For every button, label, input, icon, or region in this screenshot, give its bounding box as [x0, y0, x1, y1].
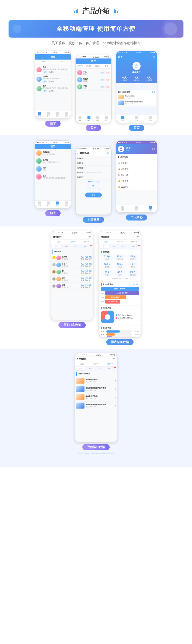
stab-video[interactable]: 视频排行 [79, 240, 93, 244]
funnel-section: 客户成交漏斗 获客统计 5688 累计访客 18% 1020 累计获客 [100, 282, 140, 305]
phone-wrap-overview: ●●●●● AT&T ✦ 9:41 AM 100% ▮ 报表统计 ••• 总览 … [98, 231, 141, 345]
nav-home[interactable]: 获客 [38, 112, 41, 117]
nav-me[interactable]: 我的 [65, 112, 68, 117]
form-video-link: 跳转链接 请输入跳转人员链接 › [76, 170, 111, 175]
user-info-2: 刘晓扬 查看了你公司的企业动态 微聊 已成功 [43, 75, 69, 83]
nav-chat2[interactable]: 聊天 [96, 116, 99, 122]
ttab2-week[interactable]: 本周 [110, 245, 118, 248]
kehu-item-3: 李 李欢 李欢 跟进 成交 [76, 84, 110, 90]
nav-home2[interactable]: 获客 [78, 116, 82, 122]
menu-my-video[interactable]: ▶ 我的视频 › [116, 154, 157, 160]
kehu-info-3: 李欢 李欢 [83, 85, 100, 89]
kehu-avatar-1: 东 [77, 70, 82, 75]
rank-badge-5: 5 [52, 284, 56, 288]
ttab3-week[interactable]: 本周 [86, 367, 95, 370]
stats-phone-videorank: ●●●●● AT&T ✦ 9:41 AM 100% ▮ < 视频排行 ••• 总… [75, 353, 117, 442]
user-item-3: 李 李欢 查看了你公司的官网，看来TA对公司很兴趣 微聊 已成功 [36, 84, 70, 93]
page-title: 产品介绍 [0, 6, 192, 16]
time-tabs-videorank: 今天 本周 本月 全部 📅 [75, 366, 117, 371]
submit-video-btn[interactable]: 提交 [85, 192, 102, 198]
user-info-3: 李欢 查看了你公司的官网，看来TA对公司很兴趣 微聊 已成功 [43, 85, 69, 92]
legend-female: 女 占比33% 共2083人 [116, 317, 139, 319]
phone-huoke: ●●●●● AT&T ✦ 9:41 AM 100% ▮ 获客 获客 找客 东 东… [35, 50, 71, 119]
svg-rect-0 [74, 11, 75, 13]
stab-ov3[interactable]: 总览 [75, 362, 89, 366]
chat-info-2: 东米松 哈哈一句不好听的小友... [43, 159, 70, 163]
time-tabs-rank: 今天 本周 本月 全部 📅 [51, 244, 93, 249]
dc-total: 556个累积总量 [127, 270, 139, 277]
nav-me-c[interactable]: 我的 [65, 202, 68, 207]
nav-home-m[interactable]: 首页 [122, 206, 124, 211]
ttab-month[interactable]: 本月 [71, 245, 80, 248]
stab-vd3[interactable]: 视频排行 [103, 362, 117, 366]
rank-avatar-2 [56, 262, 61, 267]
dc-intent: 263次意向数 [114, 262, 126, 269]
form-video-category: 视频分类 › [76, 161, 111, 166]
page-header: 产品介绍 [0, 0, 192, 20]
ttab2-all[interactable]: 全部 [128, 245, 138, 248]
stab-vd2[interactable]: 视频排行 [127, 240, 141, 244]
video-section-title: 高转化内容推荐 [76, 372, 116, 376]
kehu-item-1: 东 东玉 东玉 跟进 成交 [76, 69, 110, 76]
my-header: 苏玉 ID:01 设置 [116, 144, 157, 154]
label-huoke: 获客 [45, 120, 60, 126]
ttab-all[interactable]: 全部 [81, 245, 90, 248]
tab-service[interactable]: 客服 [102, 64, 111, 68]
tab-follow[interactable]: 跟进中 [84, 64, 94, 68]
stats-phone-overview: ●●●●● AT&T ✦ 9:41 AM 100% ▮ 报表统计 ••• 总览 … [98, 231, 141, 338]
phone-title-huoke: 获客 [35, 54, 70, 60]
phone-nav-my: 首页 报表 我的 [116, 205, 157, 212]
stab-ov2[interactable]: 总览 [99, 240, 113, 244]
dc-visits: 326次访问量 [101, 254, 113, 261]
nav-customers[interactable]: 客户 [47, 112, 50, 117]
ttab2-today[interactable]: 今天 [100, 245, 109, 248]
funnel-bar-4: 累计交流客户 [106, 300, 120, 304]
stab-rank[interactable]: 获客排行 [65, 240, 79, 244]
tab-done[interactable]: 已成交 [94, 64, 102, 68]
stab-rk2[interactable]: 获客排行 [113, 240, 127, 244]
menu-block[interactable]: 🚫 屏蔽列表 › [116, 172, 157, 178]
nav-home-c[interactable]: 获客 [38, 202, 41, 207]
video-info-4: 夏日防晒路防晒大阳中遮画 36人 2人 5% [86, 404, 115, 408]
svg-rect-5 [114, 9, 115, 13]
stab-rk3[interactable]: 获客排行 [89, 362, 103, 366]
nav-index[interactable]: 首页 [122, 116, 124, 122]
nav-stat[interactable]: 报表 [135, 116, 138, 122]
menu-push[interactable]: 🔔 推送设置 › [116, 178, 157, 184]
tab-huoke[interactable]: 获客 [35, 60, 53, 64]
nav-chat[interactable]: 聊天 [56, 112, 59, 117]
menu-change-pwd[interactable]: 🔒 修改密码 › [116, 166, 157, 172]
menu-get-stats[interactable]: 📊 获客统计 › [116, 160, 157, 166]
blue-profile: 樱桃丸子 [116, 60, 157, 75]
ttab3-today[interactable]: 今天 [76, 367, 85, 370]
nav-cust-c[interactable]: 客户 [47, 202, 50, 207]
ttab-today[interactable]: 今天 [52, 245, 61, 248]
tab-zhaoke[interactable]: 找客 [53, 60, 70, 64]
nav-me2[interactable]: 我的 [105, 116, 108, 122]
phone-wrap-rank: ●●●●● AT&T ✦ 9:41 AM 100% ▮ 报表统计 ••• 总览 … [51, 231, 94, 345]
tab-new[interactable]: 新客户 [76, 64, 85, 68]
phone-home: ●●●● AT&T ✦ 9:41 AM 100% ▮ 首页 ⚙ 樱桃丸子 36人… [116, 50, 158, 123]
nav-chat-c[interactable]: 聊天 [56, 202, 59, 207]
product-item-2: 夏日防晒路防晒大阳中遮画 36人 2人 5% [118, 100, 155, 106]
ttab3-all[interactable]: 全部 [104, 367, 114, 370]
nav-me-m[interactable]: 我的 [149, 206, 152, 211]
rank-badge-1: 1 [52, 256, 56, 259]
phone-wrap-my: ●●●● AT&T ✦ 9:41 AM 100% ▮ 苏玉 ID:01 设置 [116, 140, 158, 220]
ttab-week[interactable]: 本周 [62, 245, 71, 248]
nav-stat-m[interactable]: 报表 [135, 206, 138, 211]
subtitle: 员工获客，视频上传，客户管理，boss统计全部移动端操作 [0, 41, 192, 46]
funnel-chart: 5688 累计访客 18% 1020 累计获客 61% [101, 287, 139, 304]
dc-orders: 13个订单数 [127, 262, 139, 269]
ttab2-month[interactable]: 本月 [119, 245, 128, 248]
nav-me3[interactable]: 我的 [149, 116, 152, 122]
avg-time: 平均停留时长10分40秒 [101, 278, 139, 280]
ttab3-month[interactable]: 本月 [95, 367, 104, 370]
menu-boss[interactable]: 👑 boss中心 › [116, 184, 157, 190]
phone-video: ●●●●● AT&T ✦ 9:41 AM 100% ▮ ‹ 添加视频 提交 视频… [75, 147, 112, 215]
pie-chart-svg [101, 310, 114, 324]
phone-wrap-videorank: ●●●●● AT&T ✦ 9:41 AM 100% ▮ < 视频排行 ••• 总… [75, 353, 117, 450]
stab-overview[interactable]: 总览 [51, 240, 65, 244]
nav-customers2[interactable]: 客户 [88, 116, 90, 122]
phone-nav-kehu: 获客 客户 聊天 我的 [76, 115, 111, 123]
